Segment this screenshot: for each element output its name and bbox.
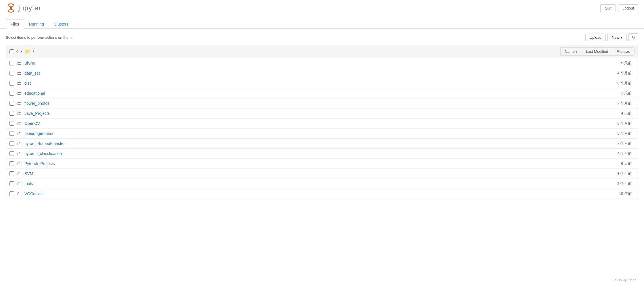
file-time-4: 7 个月前 bbox=[589, 101, 635, 106]
file-row-left-6: 🗀 OpenCV bbox=[9, 121, 589, 126]
file-time-1: 4 个月前 bbox=[589, 71, 635, 76]
col-header-name[interactable]: Name ↓ bbox=[560, 47, 582, 56]
file-row-left-5: 🗀 Java_Projects bbox=[9, 111, 589, 116]
folder-icon-2: 🗀 bbox=[17, 81, 22, 86]
folder-icon-3: 🗀 bbox=[17, 91, 22, 96]
file-row-left-13: 🗀 VOCdevkit bbox=[9, 191, 589, 196]
file-checkbox-10[interactable] bbox=[9, 161, 14, 166]
file-checkbox-1[interactable] bbox=[9, 71, 14, 75]
file-row-left-8: 🗀 pytorch-tutorial-master bbox=[9, 141, 589, 146]
file-time-7: 5 个月前 bbox=[589, 131, 635, 136]
tabs: Files Running Clusters bbox=[0, 19, 644, 29]
file-link-11[interactable]: SVM bbox=[24, 171, 33, 176]
file-checkbox-3[interactable] bbox=[9, 91, 14, 96]
file-checkbox-4[interactable] bbox=[9, 101, 14, 106]
tab-files[interactable]: Files bbox=[6, 19, 24, 29]
file-link-12[interactable]: tools bbox=[24, 181, 33, 186]
file-link-7[interactable]: pseudogen-main bbox=[24, 131, 54, 136]
file-row-left-10: 🗀 Pytorch_Projects bbox=[9, 161, 589, 166]
file-checkbox-12[interactable] bbox=[9, 181, 14, 186]
file-row-left-11: 🗀 SVM bbox=[9, 171, 589, 176]
file-time-11: 3 个月前 bbox=[589, 171, 635, 176]
tab-clusters[interactable]: Clusters bbox=[49, 19, 73, 29]
folder-icon-9: 🗀 bbox=[17, 151, 22, 156]
svg-point-1 bbox=[8, 10, 14, 12]
folder-icon-6: 🗀 bbox=[17, 121, 22, 126]
svg-point-2 bbox=[10, 7, 12, 9]
header-buttons: Quit Logout bbox=[600, 4, 638, 12]
table-row: 🗀 Pytorch_Projects 6 天前 bbox=[6, 159, 638, 169]
table-header-right: Name ↓ Last Modified File size bbox=[560, 47, 635, 56]
svg-point-0 bbox=[8, 4, 14, 7]
file-link-2[interactable]: dist bbox=[24, 81, 31, 86]
select-all-checkbox[interactable] bbox=[9, 49, 14, 54]
file-row-left-2: 🗀 dist bbox=[9, 81, 589, 86]
file-list: 🗀 BiShe 15 天前 🗀 data_set 4 个月前 🗀 dist 8 … bbox=[6, 58, 638, 199]
folder-icon-12: 🗀 bbox=[17, 181, 22, 186]
jupyter-logo-icon bbox=[6, 3, 16, 13]
table-row: 🗀 pytorch-tutorial-master 7 个月前 bbox=[6, 139, 638, 149]
toolbar: Select items to perform actions on them.… bbox=[6, 33, 638, 41]
table-header: 0 ▾ 📁 / Name ↓ Last Modified File size bbox=[6, 45, 638, 58]
refresh-button[interactable]: ↻ bbox=[628, 33, 638, 41]
table-row: 🗀 OpenCV 8 个月前 bbox=[6, 119, 638, 129]
file-row-left-7: 🗀 pseudogen-main bbox=[9, 131, 589, 136]
file-time-8: 7 个月前 bbox=[589, 141, 635, 146]
table-row: 🗀 pseudogen-main 5 个月前 bbox=[6, 129, 638, 139]
file-link-13[interactable]: VOCdevkit bbox=[24, 191, 44, 196]
file-checkbox-11[interactable] bbox=[9, 171, 14, 176]
item-count: 0 bbox=[16, 49, 18, 54]
file-link-8[interactable]: pytorch-tutorial-master bbox=[24, 141, 65, 146]
file-link-3[interactable]: educational bbox=[24, 91, 45, 96]
table-row: 🗀 data_set 4 个月前 bbox=[6, 68, 638, 78]
logout-button[interactable]: Logout bbox=[618, 4, 638, 12]
upload-button[interactable]: Upload bbox=[585, 34, 606, 41]
toolbar-select-text: Select items to perform actions on them. bbox=[6, 35, 73, 40]
file-link-9[interactable]: pytorch_classfication bbox=[24, 151, 62, 156]
logo: jupyter bbox=[6, 3, 41, 13]
file-link-10[interactable]: Pytorch_Projects bbox=[24, 161, 55, 166]
file-time-10: 6 天前 bbox=[589, 161, 635, 166]
file-checkbox-13[interactable] bbox=[9, 191, 14, 196]
logo-text: jupyter bbox=[18, 4, 41, 12]
folder-icon-4: 🗀 bbox=[17, 101, 22, 106]
folder-icon-1: 🗀 bbox=[17, 71, 22, 76]
file-checkbox-5[interactable] bbox=[9, 111, 14, 116]
file-link-6[interactable]: OpenCV bbox=[24, 121, 40, 126]
file-checkbox-6[interactable] bbox=[9, 121, 14, 126]
folder-icon-10: 🗀 bbox=[17, 161, 22, 166]
file-checkbox-7[interactable] bbox=[9, 131, 14, 136]
table-row: 🗀 VOCdevkit 10 年前 bbox=[6, 189, 638, 199]
table-row: 🗀 flower_photos 7 个月前 bbox=[6, 98, 638, 108]
file-time-12: 2 个月前 bbox=[589, 181, 635, 186]
file-link-4[interactable]: flower_photos bbox=[24, 101, 49, 106]
file-link-1[interactable]: data_set bbox=[24, 71, 40, 75]
toolbar-right: Upload New ▾ ↻ bbox=[585, 33, 638, 41]
file-link-0[interactable]: BiShe bbox=[24, 61, 35, 65]
file-row-left-9: 🗀 pytorch_classfication bbox=[9, 151, 589, 156]
new-dropdown-arrow: ▾ bbox=[620, 35, 622, 40]
table-row: 🗀 pytorch_classfication 4 个月前 bbox=[6, 149, 638, 159]
file-time-6: 8 个月前 bbox=[589, 121, 635, 126]
folder-breadcrumb-icon: 📁 bbox=[25, 49, 30, 54]
table-row: 🗀 dist 8 个月前 bbox=[6, 78, 638, 88]
file-checkbox-0[interactable] bbox=[9, 61, 14, 65]
file-checkbox-2[interactable] bbox=[9, 81, 14, 86]
file-time-0: 15 天前 bbox=[589, 61, 635, 66]
tab-running[interactable]: Running bbox=[24, 19, 49, 29]
folder-icon-11: 🗀 bbox=[17, 171, 22, 176]
header: jupyter Quit Logout bbox=[0, 0, 644, 16]
file-checkbox-8[interactable] bbox=[9, 141, 14, 146]
table-header-left: 0 ▾ 📁 / bbox=[9, 49, 560, 54]
table-row: 🗀 Java_Projects 4 天前 bbox=[6, 108, 638, 119]
file-checkbox-9[interactable] bbox=[9, 151, 14, 156]
file-table: 0 ▾ 📁 / Name ↓ Last Modified File size 🗀… bbox=[6, 45, 638, 199]
new-button[interactable]: New ▾ bbox=[607, 34, 627, 41]
file-link-5[interactable]: Java_Projects bbox=[24, 111, 50, 116]
quit-button[interactable]: Quit bbox=[600, 4, 616, 12]
col-header-modified[interactable]: Last Modified bbox=[582, 47, 612, 56]
folder-icon-0: 🗀 bbox=[17, 61, 22, 66]
col-header-size[interactable]: File size bbox=[612, 47, 635, 56]
count-dropdown-arrow[interactable]: ▾ bbox=[21, 50, 22, 53]
file-row-left-1: 🗀 data_set bbox=[9, 71, 589, 76]
